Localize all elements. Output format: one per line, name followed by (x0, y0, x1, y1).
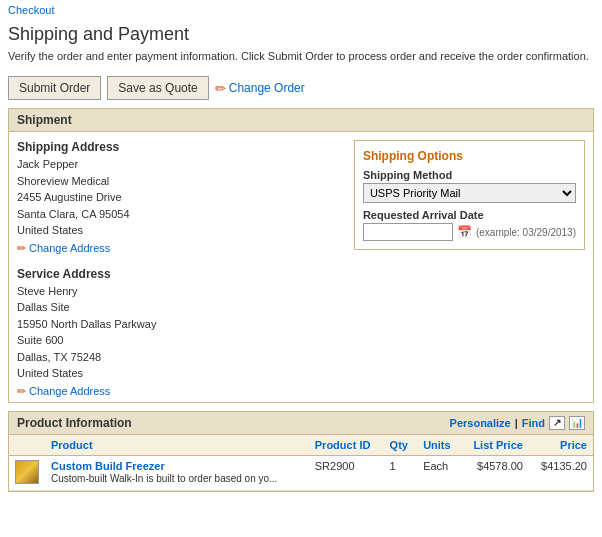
chart-icon[interactable]: 📊 (569, 416, 585, 430)
col-units: Units (417, 435, 461, 456)
col-img (9, 435, 45, 456)
save-as-quote-button[interactable]: Save as Quote (107, 76, 208, 100)
col-product: Product (45, 435, 309, 456)
product-information-section: Product Information Personalize | Find ↗… (8, 411, 594, 492)
breadcrumb[interactable]: Checkout (0, 0, 602, 20)
export-icon[interactable]: ↗ (549, 416, 565, 430)
service-address-suite: Suite 600 (17, 332, 338, 349)
product-header-actions: Personalize | Find ↗ 📊 (450, 416, 585, 430)
page-description: Verify the order and enter payment infor… (0, 47, 602, 72)
product-price-cell: $4135.20 (529, 455, 593, 490)
service-address-city: Dallas, TX 75248 (17, 349, 338, 366)
product-thumbnail (15, 460, 39, 484)
pencil-icon-service: ✏ (17, 385, 26, 398)
service-address-name: Steve Henry (17, 283, 338, 300)
pencil-icon: ✏ (215, 81, 226, 96)
service-address-block: Service Address Steve Henry Dallas Site … (17, 267, 338, 398)
product-qty-cell: 1 (384, 455, 418, 490)
shipment-section-header: Shipment (9, 109, 593, 132)
service-address-street: 15950 North Dallas Parkway (17, 316, 338, 333)
personalize-link[interactable]: Personalize (450, 417, 511, 429)
shipping-options-box: Shipping Options Shipping Method USPS Pr… (354, 140, 585, 250)
calendar-icon[interactable]: 📅 (457, 225, 472, 239)
table-row: Custom Build Freezer Custom-built Walk-I… (9, 455, 593, 490)
shipping-address-country: United States (17, 222, 338, 239)
arrival-date-input[interactable] (363, 223, 453, 241)
col-qty: Qty (384, 435, 418, 456)
shipment-section: Shipment Shipping Address Jack Pepper Sh… (8, 108, 594, 403)
toolbar: Submit Order Save as Quote ✏ Change Orde… (0, 72, 602, 108)
shipping-method-label: Shipping Method (363, 169, 576, 181)
find-link[interactable]: Find (522, 417, 545, 429)
service-address-site: Dallas Site (17, 299, 338, 316)
product-description: Custom-built Walk-In is built to order b… (51, 473, 303, 484)
product-name-link[interactable]: Custom Build Freezer (51, 460, 165, 472)
shipping-address-name: Jack Pepper (17, 156, 338, 173)
service-change-address-link[interactable]: ✏ Change Address (17, 385, 110, 398)
col-product-id: Product ID (309, 435, 384, 456)
service-address-label: Service Address (17, 267, 338, 281)
col-price: Price (529, 435, 593, 456)
page-title: Shipping and Payment (0, 20, 602, 47)
shipping-change-address-link[interactable]: ✏ Change Address (17, 242, 110, 255)
product-section-header: Product Information Personalize | Find ↗… (9, 412, 593, 435)
shipping-options-title: Shipping Options (363, 149, 576, 163)
product-id-cell: SR2900 (309, 455, 384, 490)
pencil-icon-shipping: ✏ (17, 242, 26, 255)
shipping-address-street: 2455 Augustine Drive (17, 189, 338, 206)
shipping-address-block: Shipping Address Jack Pepper Shoreview M… (17, 140, 338, 255)
product-table: Product Product ID Qty Units List Price … (9, 435, 593, 491)
product-section-title: Product Information (17, 416, 132, 430)
shipping-address-company: Shoreview Medical (17, 173, 338, 190)
col-list-price: List Price (461, 435, 529, 456)
shipping-address-city: Santa Clara, CA 95054 (17, 206, 338, 223)
product-list-price-cell: $4578.00 (461, 455, 529, 490)
product-units-cell: Each (417, 455, 461, 490)
date-hint: (example: 03/29/2013) (476, 227, 576, 238)
service-address-country: United States (17, 365, 338, 382)
product-name-cell: Custom Build Freezer Custom-built Walk-I… (45, 455, 309, 490)
submit-order-button[interactable]: Submit Order (8, 76, 101, 100)
shipping-address-label: Shipping Address (17, 140, 338, 154)
shipping-method-select[interactable]: USPS Priority Mail FedEx Ground UPS 2nd … (363, 183, 576, 203)
arrival-date-label: Requested Arrival Date (363, 209, 576, 221)
change-order-link[interactable]: ✏ Change Order (215, 81, 305, 96)
product-img-cell (9, 455, 45, 490)
